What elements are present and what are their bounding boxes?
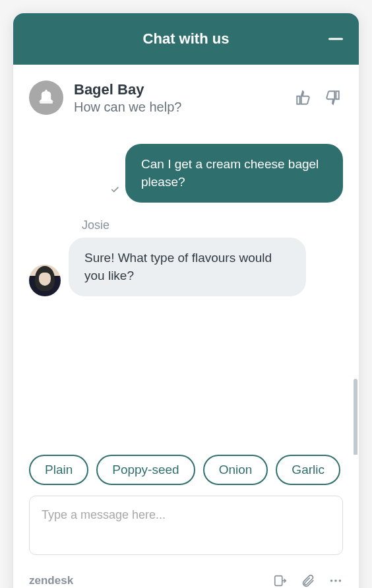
more-options-button[interactable] xyxy=(328,573,343,588)
agent-name-label: Josie xyxy=(82,218,343,232)
quick-reply-poppy-seed[interactable]: Poppy-seed xyxy=(96,455,195,485)
company-subtitle: How can we help? xyxy=(74,100,282,115)
company-row: Bagel Bay How can we help? xyxy=(13,65,359,128)
minimize-icon[interactable] xyxy=(328,38,343,40)
chat-widget: Chat with us Bagel Bay How can we help? xyxy=(13,13,359,588)
chat-header: Chat with us xyxy=(13,13,359,65)
footer-actions xyxy=(273,573,343,588)
agent-message-bubble: Sure! What type of flavours would you li… xyxy=(69,238,306,296)
scrollbar[interactable] xyxy=(354,379,357,455)
more-horizontal-icon xyxy=(328,573,343,588)
thumbs-down-button[interactable] xyxy=(322,87,343,108)
svg-point-5 xyxy=(339,579,342,582)
company-avatar xyxy=(29,81,63,115)
chat-footer: zendesk xyxy=(13,566,359,588)
attachment-button[interactable] xyxy=(301,573,315,588)
agent-message-row: Sure! What type of flavours would you li… xyxy=(29,238,343,296)
thumbs-up-icon xyxy=(295,89,312,106)
svg-point-1 xyxy=(45,90,47,92)
bell-icon xyxy=(36,88,56,108)
company-name: Bagel Bay xyxy=(74,81,282,98)
send-icon xyxy=(273,573,288,588)
quick-reply-plain[interactable]: Plain xyxy=(29,455,88,485)
thumbs-up-button[interactable] xyxy=(293,87,314,108)
company-info: Bagel Bay How can we help? xyxy=(74,81,282,115)
brand-label: zendesk xyxy=(29,574,73,587)
user-message-row: Can I get a cream cheese bagel please? xyxy=(29,144,343,203)
svg-rect-0 xyxy=(40,102,53,104)
header-title: Chat with us xyxy=(143,30,230,48)
delivered-checkmark-icon xyxy=(109,184,120,197)
svg-point-4 xyxy=(334,579,337,582)
message-input[interactable] xyxy=(29,496,343,555)
agent-avatar xyxy=(29,265,61,296)
svg-point-3 xyxy=(330,579,333,582)
svg-rect-2 xyxy=(275,576,282,586)
thumbs-down-icon xyxy=(324,89,341,106)
quick-reply-garlic[interactable]: Garlic xyxy=(276,455,340,485)
quick-reply-onion[interactable]: Onion xyxy=(203,455,268,485)
rating-buttons xyxy=(293,87,343,108)
paperclip-icon xyxy=(301,573,315,588)
input-area xyxy=(13,496,359,566)
quick-replies: Plain Poppy-seed Onion Garlic xyxy=(13,455,359,485)
user-message-bubble: Can I get a cream cheese bagel please? xyxy=(125,144,343,203)
messages-area[interactable]: Can I get a cream cheese bagel please? J… xyxy=(13,128,359,455)
send-button[interactable] xyxy=(273,573,288,588)
